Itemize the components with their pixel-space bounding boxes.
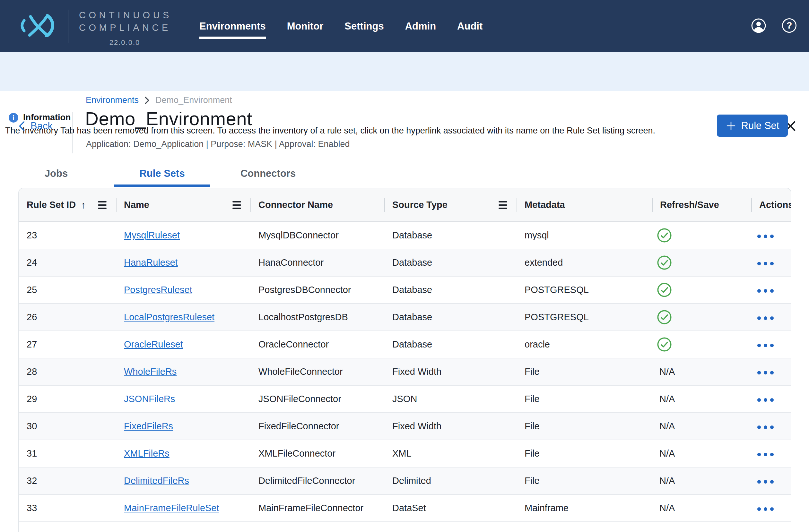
actions-cell — [752, 339, 791, 350]
check-circle-icon — [657, 282, 672, 298]
actions-menu-button[interactable] — [755, 368, 776, 378]
nav-item-monitor[interactable]: Monitor — [287, 20, 324, 32]
column-label: Source Type — [392, 199, 448, 210]
column-label: Refresh/Save — [660, 199, 719, 210]
table-row: 31XMLFileRsXMLFileConnectorXMLFileN/A — [19, 440, 791, 467]
back-button[interactable]: Back — [19, 120, 53, 132]
actions-menu-button[interactable] — [755, 286, 776, 296]
actions-menu-button[interactable] — [755, 449, 776, 460]
nav-item-environments[interactable]: Environments — [199, 20, 266, 32]
connector-name-cell: MainFrameFileConnector — [251, 503, 384, 513]
connector-name-cell: JSONFileConnector — [251, 394, 384, 404]
breadcrumb: Environments Demo_Environment — [86, 95, 232, 105]
ruleset-name-link[interactable]: OracleRuleset — [124, 339, 183, 350]
actions-menu-button[interactable] — [755, 422, 776, 432]
column-menu-icon[interactable] — [98, 201, 107, 209]
tab-jobs[interactable]: Jobs — [8, 162, 104, 187]
ruleset-name-link[interactable]: WholeFileRs — [124, 367, 176, 377]
check-circle-icon — [657, 337, 672, 352]
rule-sets-table: Rule Set ID↑NameConnector NameSource Typ… — [18, 188, 791, 532]
ruleset-name-link[interactable]: DelimitedFileRs — [124, 476, 189, 486]
connector-name-cell: XMLFileConnector — [251, 448, 384, 459]
user-account-icon[interactable] — [751, 18, 766, 34]
ruleset-name-cell: JSONFileRs — [116, 394, 251, 404]
actions-cell — [752, 312, 791, 323]
refresh-save-cell: N/A — [652, 448, 752, 459]
column-label: Actions — [759, 199, 791, 210]
ruleset-name-link[interactable]: XMLFileRs — [124, 448, 170, 459]
column-menu-icon[interactable] — [499, 201, 507, 209]
actions-menu-button[interactable] — [755, 395, 776, 405]
help-icon[interactable]: ? — [782, 18, 796, 33]
tab-connectors[interactable]: Connectors — [220, 162, 316, 187]
metadata-cell: File — [517, 367, 652, 377]
na-label: N/A — [657, 367, 675, 377]
page-title: Demo_Environment — [85, 108, 252, 129]
actions-menu-button[interactable] — [755, 477, 776, 487]
ruleset-name-link[interactable]: HanaRuleset — [124, 257, 178, 268]
metadata-cell: File — [517, 476, 652, 486]
ruleset-name-cell: MainFrameFileRuleSet — [116, 503, 251, 513]
actions-menu-button[interactable] — [755, 313, 776, 323]
chevron-left-icon — [19, 121, 25, 131]
refresh-save-cell — [652, 337, 752, 352]
metadata-cell: POSTGRESQL — [517, 312, 652, 322]
source-type-cell: Database — [384, 285, 517, 295]
ruleset-name-link[interactable]: JSONFileRs — [124, 394, 175, 404]
nav-item-admin[interactable]: Admin — [405, 20, 436, 32]
ruleset-name-link[interactable]: FixedFileRs — [124, 421, 173, 431]
check-circle-icon — [657, 255, 672, 270]
table-header-row: Rule Set ID↑NameConnector NameSource Typ… — [19, 188, 791, 222]
source-type-cell: Database — [384, 257, 517, 268]
refresh-save-cell — [652, 309, 752, 325]
source-type-cell: Database — [384, 339, 517, 350]
metadata-cell: File — [517, 421, 652, 431]
breadcrumb-link-environments[interactable]: Environments — [86, 95, 139, 105]
actions-menu-button[interactable] — [755, 231, 776, 241]
actions-menu-button[interactable] — [755, 340, 776, 350]
refresh-save-cell: N/A — [652, 394, 752, 404]
ruleset-name-cell: FixedFileRs — [116, 421, 251, 431]
table-row: 27OracleRulesetOracleConnectorDatabaseor… — [19, 331, 791, 358]
ruleset-id-cell: 29 — [19, 394, 116, 404]
sort-ascending-icon[interactable]: ↑ — [81, 199, 86, 211]
ruleset-name-link[interactable]: MainFrameFileRuleSet — [124, 503, 219, 513]
source-type-cell: Fixed Width — [384, 421, 517, 431]
ruleset-name-link[interactable]: LocalPostgresRuleset — [124, 312, 214, 322]
tab-rule-sets[interactable]: Rule Sets — [114, 162, 210, 187]
na-label: N/A — [657, 421, 675, 431]
actions-cell — [752, 257, 791, 269]
ruleset-name-link[interactable]: MysqlRuleset — [124, 230, 180, 240]
ruleset-name-cell: XMLFileRs — [116, 448, 251, 459]
connector-name-cell: HanaConnector — [251, 257, 384, 268]
app-root: { "header": { "brand_line1": "CONTINUOUS… — [0, 0, 809, 532]
actions-cell — [752, 284, 791, 296]
refresh-save-cell: N/A — [652, 367, 752, 377]
brand-line-2: COMPLIANCE — [79, 21, 172, 34]
back-label: Back — [31, 120, 53, 132]
actions-cell — [752, 230, 791, 241]
add-rule-set-button[interactable]: Rule Set — [717, 114, 788, 137]
column-menu-icon[interactable] — [233, 201, 241, 209]
actions-cell — [752, 475, 791, 487]
check-circle-icon — [657, 228, 672, 243]
ruleset-name-link[interactable]: PostgresRuleset — [124, 285, 192, 295]
ruleset-name-cell: OracleRuleset — [116, 339, 251, 350]
column-header-source-type: Source Type — [384, 188, 517, 221]
metadata-cell: extended — [517, 257, 652, 268]
na-label: N/A — [657, 394, 675, 404]
actions-menu-button[interactable] — [755, 259, 776, 269]
nav-item-settings[interactable]: Settings — [344, 20, 384, 32]
actions-cell — [752, 366, 791, 378]
nav-item-audit[interactable]: Audit — [457, 20, 483, 32]
ruleset-name-cell: WholeFileRs — [116, 367, 251, 377]
column-header-name: Name — [116, 188, 251, 221]
actions-menu-button[interactable] — [755, 504, 776, 514]
column-header-metadata: Metadata — [517, 188, 652, 221]
column-label: Name — [124, 199, 149, 210]
na-label: N/A — [657, 476, 675, 486]
ruleset-name-cell: LocalPostgresRuleset — [116, 312, 251, 322]
metadata-cell: Mainframe — [517, 503, 652, 513]
source-type-cell: JSON — [384, 394, 517, 404]
source-type-cell: Database — [384, 312, 517, 322]
